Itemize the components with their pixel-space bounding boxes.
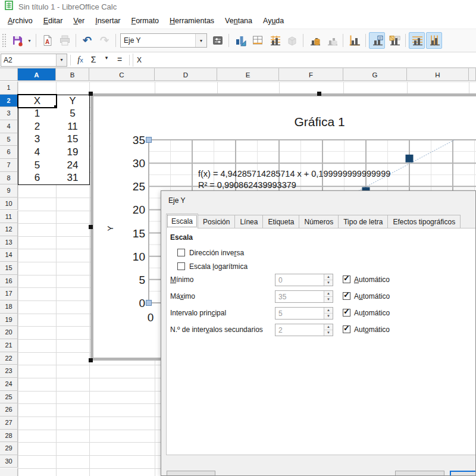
table-cell[interactable]: 15	[56, 133, 90, 147]
spin-buttons[interactable]: ▲▼	[324, 274, 333, 286]
row-header-26[interactable]: 26	[0, 403, 18, 416]
column-header-G[interactable]: G	[343, 68, 407, 81]
spin-up-icon[interactable]: ▲	[324, 324, 333, 330]
fill-handle[interactable]	[54, 105, 57, 108]
toolbar-grip[interactable]	[2, 33, 6, 48]
table-cell[interactable]: 1	[18, 107, 57, 121]
row-header-31[interactable]	[0, 468, 18, 476]
menu-editar[interactable]: Editar	[38, 14, 68, 27]
row-header-19[interactable]: 19	[0, 314, 18, 327]
chart-element-selector[interactable]: Eje Y▾	[120, 33, 207, 48]
spin-field-intervalo-principal[interactable]: 5▲▼	[275, 307, 333, 320]
menu-herramientas[interactable]: Herramientas	[164, 14, 220, 27]
help-button[interactable]	[167, 471, 215, 476]
vertical-grid-icon[interactable]	[426, 32, 442, 49]
row-header-9[interactable]: 9	[0, 184, 18, 198]
row-header-10[interactable]: 10	[0, 198, 18, 211]
spin-up-icon[interactable]: ▲	[324, 291, 333, 297]
row-header-2[interactable]: 2	[0, 95, 18, 108]
column-header-A[interactable]: A	[18, 68, 56, 81]
horizontal-grid-icon[interactable]	[409, 32, 425, 49]
table-cell[interactable]: Y	[56, 95, 90, 108]
sum-dropdown-icon[interactable]: ▾	[100, 55, 113, 65]
row-header-30[interactable]: 30	[0, 455, 18, 468]
redo-icon[interactable]: ↷	[96, 32, 112, 49]
menu-archivo[interactable]: Archivo	[2, 14, 38, 27]
print-icon[interactable]	[57, 32, 73, 49]
table-cell[interactable]: 3	[18, 133, 57, 147]
row-header-29[interactable]: 29	[0, 442, 18, 455]
save-dropdown[interactable]: ▾	[26, 32, 33, 49]
row-header-22[interactable]: 22	[0, 352, 18, 365]
format-selection-icon[interactable]	[209, 32, 226, 49]
column-header-F[interactable]: F	[279, 68, 343, 81]
checkbox-automatico-1[interactable]: ✓	[343, 275, 350, 283]
chart-resize-handle[interactable]	[317, 92, 321, 96]
chart-grid-icon[interactable]	[267, 32, 283, 49]
cancel-button[interactable]	[395, 471, 444, 476]
row-header-6[interactable]: 6	[0, 146, 18, 159]
row-header-28[interactable]: 28	[0, 430, 18, 443]
export-pdf-icon[interactable]: A	[39, 32, 55, 49]
chart-resize-handle[interactable]	[89, 92, 93, 96]
column-header-C[interactable]: C	[89, 68, 155, 81]
checkbox-escala-logaritmica[interactable]	[177, 262, 185, 270]
row-header-11[interactable]: 11	[0, 211, 18, 224]
menu-ver[interactable]: Ver	[68, 14, 90, 27]
menu-ventana[interactable]: Ventana	[220, 14, 258, 27]
menu-ayuda[interactable]: Ayuda	[258, 14, 289, 27]
checkbox-automatico-3[interactable]: ✓	[343, 309, 350, 317]
row-header-24[interactable]: 24	[0, 378, 18, 391]
row-header-5[interactable]: 5	[0, 133, 18, 146]
spin-field-maximo[interactable]: 35▲▼	[275, 290, 333, 303]
data-point-icon[interactable]	[324, 32, 340, 49]
checkbox-automatico-4[interactable]: ✓	[343, 325, 350, 333]
spin-up-icon[interactable]: ▲	[324, 274, 333, 280]
tab-etiqueta[interactable]: Etiqueta	[262, 215, 299, 228]
save-icon[interactable]	[9, 32, 25, 49]
titles-icon[interactable]	[386, 32, 402, 49]
3d-view-icon[interactable]	[284, 32, 300, 49]
selector-dropdown-icon[interactable]: ▾	[195, 34, 206, 47]
select-all-corner[interactable]	[0, 68, 18, 81]
row-header-3[interactable]: 3	[0, 107, 18, 120]
row-header-1[interactable]: 1	[0, 82, 18, 95]
table-cell[interactable]: 4	[18, 146, 57, 159]
row-header-23[interactable]: 23	[0, 365, 18, 378]
spin-down-icon[interactable]: ▼	[324, 330, 333, 336]
spin-buttons[interactable]: ▲▼	[324, 324, 333, 336]
row-header-27[interactable]: 27	[0, 416, 18, 430]
checkbox-direccion-inversa[interactable]	[177, 249, 185, 256]
row-header-17[interactable]: 17	[0, 287, 18, 300]
data-table-icon[interactable]	[249, 32, 265, 49]
spin-down-icon[interactable]: ▼	[324, 314, 333, 319]
row-header-20[interactable]: 20	[0, 326, 18, 339]
tab-efectos-tipograficos[interactable]: Efectos tipográficos	[387, 215, 461, 228]
function-wizard-icon[interactable]: fx	[74, 55, 87, 65]
column-header-H[interactable]: H	[407, 68, 469, 81]
chart-resize-handle[interactable]	[89, 358, 93, 362]
row-header-4[interactable]: 4	[0, 120, 18, 133]
undo-icon[interactable]: ↶	[79, 32, 95, 49]
data-series-icon[interactable]	[306, 32, 322, 49]
menu-insertar[interactable]: Insertar	[90, 14, 126, 27]
name-box[interactable]: A2 ▾	[1, 54, 67, 67]
menu-formato[interactable]: Formato	[126, 14, 165, 27]
row-header-14[interactable]: 14	[0, 249, 18, 262]
row-header-16[interactable]: 16	[0, 275, 18, 288]
column-header-B[interactable]: B	[56, 68, 89, 81]
spin-up-icon[interactable]: ▲	[324, 308, 333, 314]
table-cell[interactable]: 19	[56, 146, 90, 159]
input-line[interactable]: X	[133, 54, 476, 67]
axes-icon[interactable]	[346, 32, 362, 49]
table-cell[interactable]: 24	[56, 159, 90, 173]
tab-escala[interactable]: Escala	[166, 214, 198, 228]
row-header-15[interactable]: 15	[0, 262, 18, 275]
table-cell[interactable]: 5	[56, 107, 90, 121]
spin-field-minimo[interactable]: 0▲▼	[275, 274, 333, 286]
ok-button[interactable]	[450, 471, 476, 476]
checkbox-automatico-2[interactable]: ✓	[343, 292, 350, 300]
legend-icon[interactable]	[369, 32, 385, 49]
table-cell[interactable]: 11	[56, 120, 90, 134]
row-header-12[interactable]: 12	[0, 223, 18, 236]
